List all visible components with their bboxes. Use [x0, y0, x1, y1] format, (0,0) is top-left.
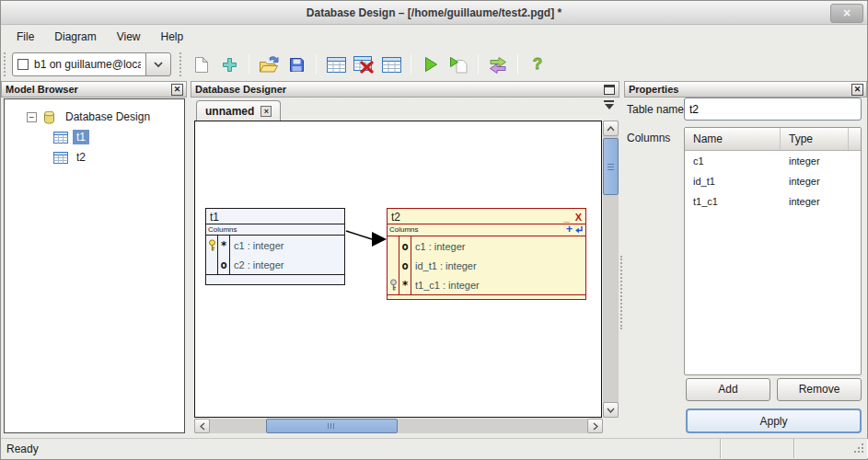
tree-item-database-design[interactable]: − Database Design — [5, 107, 184, 127]
tab-unnamed[interactable]: unnamed × — [196, 100, 281, 121]
close-icon: × — [264, 107, 269, 116]
foreign-key-icon — [388, 279, 399, 291]
column-row[interactable]: t1_c1 : integer — [411, 275, 585, 294]
table-name-input[interactable] — [684, 98, 862, 121]
properties-close-button[interactable]: ✕ — [851, 84, 863, 96]
grid-cell-type: integer — [781, 176, 861, 187]
chevron-down-icon — [607, 408, 615, 413]
help-button[interactable]: ? — [524, 51, 551, 78]
grid-header-type[interactable]: Type — [781, 128, 849, 150]
add-column-button[interactable]: Add — [686, 378, 770, 401]
table-header[interactable]: t1 — [206, 209, 344, 224]
vertical-scrollbar[interactable] — [603, 121, 619, 418]
model-browser-tree[interactable]: − Database Design t1 t2 — [4, 98, 185, 433]
close-icon: ✕ — [854, 85, 862, 94]
add-icon — [222, 57, 237, 73]
close-icon: ✕ — [174, 85, 181, 94]
grid-row[interactable]: id_t1 integer — [685, 171, 861, 191]
new-table-button[interactable] — [322, 51, 350, 78]
column-row[interactable]: c2 : integer — [230, 255, 344, 274]
tab-label: unnamed — [205, 105, 254, 118]
menu-file[interactable]: File — [8, 28, 42, 46]
menu-diagram[interactable]: Diagram — [46, 28, 104, 46]
apply-button[interactable]: Apply — [686, 408, 862, 433]
sync-arrows-icon — [489, 56, 507, 74]
diagram-table-t1[interactable]: t1 Columns * c1 : integer o c2 : integer — [205, 208, 345, 285]
tab-list-button[interactable] — [604, 100, 614, 114]
chevron-left-icon — [200, 422, 205, 431]
open-button[interactable] — [255, 51, 283, 78]
model-browser-panel: Model Browser ✕ − Database Design t1 — [1, 81, 187, 436]
diagram-canvas[interactable]: t1 Columns * c1 : integer o c2 : integer — [194, 121, 602, 418]
column-row[interactable]: c1 : integer — [230, 236, 344, 255]
connection-checkbox[interactable] — [17, 59, 29, 70]
column-row[interactable]: id_t1 : integer — [411, 256, 585, 275]
toolbar-separator — [411, 54, 411, 75]
tab-close-button[interactable]: × — [260, 106, 272, 117]
horizontal-scrollbar[interactable] — [194, 419, 603, 433]
table-header[interactable]: t2 _ X — [388, 209, 585, 224]
tree-item-label: t1 — [73, 130, 89, 144]
toolbar-separator — [316, 54, 317, 75]
grid-cell-name: id_t1 — [685, 176, 781, 187]
columns-label: Columns — [627, 132, 670, 144]
resize-grip[interactable] — [852, 443, 863, 454]
columns-grid[interactable]: Name Type c1 integer id_t1 integer t1_c1… — [684, 127, 862, 375]
edit-table-button[interactable] — [377, 51, 405, 78]
scroll-left-button[interactable] — [194, 419, 210, 433]
add-relation-icon[interactable] — [574, 225, 584, 235]
database-icon — [43, 110, 55, 124]
grid-cell-type: integer — [781, 155, 861, 167]
grip-dots — [862, 443, 863, 445]
new-file-button[interactable] — [188, 51, 215, 78]
add-button[interactable] — [215, 51, 243, 78]
table-footer — [388, 294, 585, 298]
maximize-icon[interactable] — [604, 85, 615, 95]
toolbar-grip[interactable] — [179, 52, 184, 76]
tree-item-label: t2 — [73, 150, 89, 165]
vertical-scroll-thumb[interactable] — [603, 138, 619, 195]
grid-row[interactable]: t1_c1 integer — [685, 191, 861, 212]
connection-combobox[interactable]: b1 on guillaume@localh — [12, 52, 146, 76]
status-bar: Ready — [1, 438, 867, 458]
designer-tab-bar: unnamed × — [191, 98, 619, 121]
grid-row[interactable]: c1 integer — [685, 151, 861, 171]
run-button[interactable] — [417, 51, 445, 78]
connection-dropdown-button[interactable] — [145, 52, 171, 76]
add-column-icon[interactable]: + — [566, 225, 573, 234]
delete-table-button[interactable] — [350, 51, 377, 78]
sync-button[interactable] — [484, 51, 512, 78]
table-name-label: Table name — [627, 103, 684, 116]
tree-item-t1[interactable]: t1 — [5, 127, 184, 147]
table-columns: * c1 : integer o c2 : integer — [206, 236, 344, 274]
minimize-icon[interactable]: _ — [564, 212, 570, 223]
chevron-down-icon — [605, 104, 614, 114]
columns-section-label: Columns — [208, 225, 342, 234]
scroll-track[interactable] — [210, 419, 587, 433]
remove-column-button[interactable]: Remove — [777, 378, 862, 401]
diagram-table-t2[interactable]: t2 _ X Columns + o — [387, 208, 586, 300]
tree-expander[interactable]: − — [27, 112, 37, 122]
window-close-button[interactable]: × — [830, 4, 863, 23]
menu-help[interactable]: Help — [153, 28, 192, 46]
status-section — [794, 439, 867, 458]
horizontal-scroll-thumb[interactable] — [266, 419, 398, 433]
help-icon: ? — [533, 55, 542, 74]
save-button[interactable] — [283, 51, 310, 78]
close-icon[interactable]: X — [575, 212, 582, 223]
scroll-down-button[interactable] — [603, 402, 619, 418]
scroll-up-button[interactable] — [603, 121, 619, 136]
tree-item-t2[interactable]: t2 — [5, 147, 184, 167]
column-row[interactable]: c1 : integer — [411, 236, 585, 256]
grid-header-name[interactable]: Name — [685, 128, 781, 150]
menu-view[interactable]: View — [109, 28, 149, 46]
nullable-marker: o — [399, 256, 411, 275]
new-file-icon — [194, 56, 209, 74]
database-designer-panel: Database Designer unnamed × t1 Columns — [191, 81, 619, 436]
run-script-button[interactable] — [445, 51, 472, 78]
toolbar-grip[interactable] — [4, 52, 8, 76]
status-message-section: Ready — [1, 439, 721, 458]
scroll-right-button[interactable] — [587, 419, 603, 433]
model-browser-close-button[interactable]: ✕ — [171, 84, 183, 96]
table-icon — [53, 132, 68, 144]
